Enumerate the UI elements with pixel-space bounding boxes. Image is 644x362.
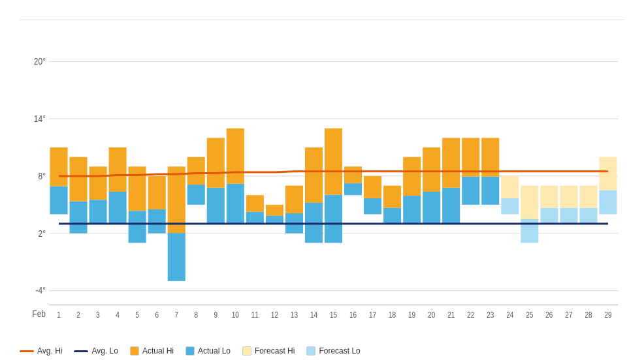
svg-rect-81 (442, 188, 460, 224)
legend-box-icon (242, 346, 251, 355)
svg-rect-98 (599, 157, 617, 190)
legend-label: Forecast Lo (319, 346, 360, 355)
svg-text:5: 5 (135, 310, 139, 319)
svg-rect-70 (325, 128, 342, 195)
svg-text:13: 13 (291, 310, 298, 319)
svg-rect-89 (521, 219, 538, 243)
svg-rect-93 (560, 208, 577, 224)
svg-rect-90 (521, 186, 538, 219)
svg-rect-68 (305, 147, 323, 203)
svg-text:8: 8 (194, 310, 198, 319)
svg-text:17: 17 (369, 310, 376, 319)
svg-rect-53 (168, 233, 185, 281)
svg-rect-66 (285, 186, 303, 213)
svg-text:8°: 8° (39, 171, 46, 181)
svg-text:20°: 20° (34, 56, 46, 67)
svg-text:10: 10 (232, 310, 239, 319)
svg-rect-55 (187, 185, 205, 205)
legend-label: Avg. Hi (37, 346, 62, 355)
legend-item: Forecast Lo (306, 346, 360, 355)
svg-rect-74 (364, 176, 381, 198)
svg-rect-77 (403, 196, 421, 224)
legend-item: Avg. Lo (74, 346, 118, 355)
legend-label: Avg. Lo (91, 346, 118, 355)
legend-item: Forecast Hi (242, 346, 295, 355)
svg-rect-73 (364, 198, 381, 215)
svg-text:26: 26 (545, 310, 553, 319)
svg-rect-42 (50, 147, 68, 186)
svg-text:6: 6 (155, 310, 159, 319)
svg-text:19: 19 (408, 310, 415, 319)
svg-rect-50 (129, 166, 146, 211)
svg-rect-78 (403, 157, 421, 196)
svg-rect-63 (266, 216, 283, 224)
svg-rect-88 (501, 176, 519, 198)
svg-rect-44 (70, 157, 88, 202)
svg-text:24: 24 (506, 310, 513, 319)
svg-text:28: 28 (585, 310, 592, 319)
svg-rect-51 (148, 209, 166, 234)
svg-text:15: 15 (330, 310, 337, 319)
svg-rect-96 (579, 186, 597, 208)
svg-text:7: 7 (174, 310, 178, 319)
svg-text:-4°: -4° (36, 285, 46, 295)
legend-item: Actual Hi (130, 346, 174, 355)
svg-rect-52 (148, 176, 166, 209)
legend-label: Actual Lo (198, 346, 231, 355)
svg-text:29: 29 (604, 310, 611, 319)
legend-line-icon (74, 350, 88, 352)
svg-text:Feb: Feb (32, 308, 46, 318)
svg-rect-75 (383, 208, 401, 224)
svg-text:22: 22 (467, 310, 474, 319)
svg-rect-43 (70, 202, 88, 234)
svg-rect-95 (579, 208, 597, 224)
svg-text:1: 1 (57, 310, 61, 319)
svg-text:23: 23 (487, 310, 494, 319)
svg-rect-60 (227, 128, 244, 184)
legend-item: Actual Lo (185, 346, 231, 355)
temperature-chart: -4°2°8°14°20°Feb123456789101112131415161… (20, 27, 624, 341)
svg-text:2: 2 (76, 310, 80, 319)
svg-text:25: 25 (526, 310, 533, 319)
svg-rect-79 (423, 192, 440, 224)
svg-rect-49 (129, 211, 146, 243)
svg-rect-59 (227, 184, 244, 224)
svg-rect-97 (599, 190, 617, 215)
svg-text:21: 21 (447, 310, 455, 319)
chart-area: -4°2°8°14°20°Feb123456789101112131415161… (20, 27, 624, 355)
svg-text:16: 16 (349, 310, 357, 319)
svg-text:18: 18 (389, 310, 396, 319)
svg-rect-56 (187, 157, 205, 185)
legend-box-icon (306, 346, 315, 355)
svg-rect-92 (540, 186, 558, 208)
svg-text:12: 12 (271, 310, 278, 319)
legend-item: Avg. Hi (20, 346, 62, 355)
svg-text:2°: 2° (39, 228, 46, 239)
svg-rect-72 (344, 166, 362, 183)
legend-line-icon (20, 350, 34, 352)
legend-box-icon (130, 346, 139, 355)
legend-box-icon (185, 346, 195, 355)
chart-header (20, 13, 624, 20)
svg-rect-83 (462, 177, 479, 205)
chart-legend: Avg. HiAvg. LoActual HiActual LoForecast… (20, 341, 624, 355)
svg-rect-71 (344, 183, 362, 195)
svg-rect-48 (109, 147, 127, 192)
svg-rect-87 (501, 198, 519, 215)
svg-rect-82 (442, 138, 460, 187)
svg-text:9: 9 (214, 310, 218, 319)
svg-rect-62 (246, 195, 264, 211)
svg-rect-57 (207, 188, 225, 224)
svg-rect-69 (325, 195, 342, 243)
svg-rect-58 (207, 138, 225, 187)
legend-label: Actual Hi (142, 346, 174, 355)
svg-rect-45 (89, 200, 107, 224)
svg-text:4: 4 (116, 310, 120, 319)
svg-text:14: 14 (310, 310, 317, 319)
svg-rect-46 (89, 166, 107, 200)
svg-text:27: 27 (565, 310, 572, 319)
svg-rect-80 (423, 147, 440, 192)
svg-rect-76 (383, 186, 401, 208)
svg-rect-47 (109, 192, 127, 224)
svg-rect-94 (560, 186, 577, 208)
